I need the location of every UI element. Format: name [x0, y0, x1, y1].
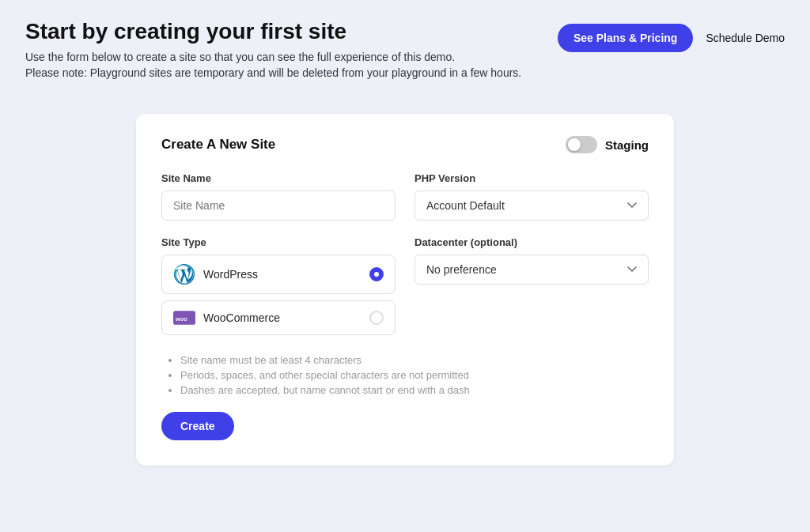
description-line2: Please note: Playground sites are tempor…: [25, 66, 521, 79]
create-button[interactable]: Create: [161, 412, 234, 440]
schedule-demo-button[interactable]: Schedule Demo: [706, 32, 785, 44]
site-name-field: Site Name: [161, 172, 396, 221]
php-version-label: PHP Version: [414, 172, 649, 184]
wordpress-radio[interactable]: [369, 267, 384, 281]
datacenter-select[interactable]: No preference US East US West Europe Asi…: [414, 255, 649, 285]
header-text: Start by creating your first site Use th…: [25, 19, 521, 82]
site-type-options: WordPress woo WooC: [161, 255, 396, 335]
woocommerce-icon: woo: [173, 309, 195, 326]
main-content: Create A New Site Staging Site Name PHP …: [0, 98, 810, 491]
datacenter-field: Datacenter (optional) No preference US E…: [414, 236, 649, 335]
wordpress-label: WordPress: [203, 268, 258, 281]
wordpress-icon: [173, 263, 195, 285]
hint-2: Periods, spaces, and other special chara…: [180, 369, 649, 381]
description-line1: Use the form below to create a site so t…: [25, 51, 521, 63]
woocommerce-label: WooCommerce: [203, 311, 280, 324]
site-type-field: Site Type WordPress: [161, 236, 396, 335]
hint-1: Site name must be at least 4 characters: [180, 354, 649, 366]
create-site-card: Create A New Site Staging Site Name PHP …: [136, 114, 674, 466]
site-type-wordpress[interactable]: WordPress: [161, 255, 396, 294]
header-actions: See Plans & Pricing Schedule Demo: [558, 19, 785, 52]
php-version-field: PHP Version Account Default 8.2 8.1 8.0 …: [414, 172, 649, 221]
staging-toggle-switch[interactable]: [566, 136, 597, 153]
site-type-label: Site Type: [161, 236, 396, 248]
card-header: Create A New Site Staging: [161, 136, 649, 153]
form-grid: Site Name PHP Version Account Default 8.…: [161, 172, 649, 335]
svg-text:woo: woo: [175, 315, 187, 323]
header-banner: Start by creating your first site Use th…: [0, 0, 810, 98]
staging-toggle-container: Staging: [566, 136, 649, 153]
validation-hints: Site name must be at least 4 characters …: [161, 354, 649, 396]
php-version-select[interactable]: Account Default 8.2 8.1 8.0 7.4: [414, 191, 649, 221]
site-type-woocommerce[interactable]: woo WooCommerce: [161, 300, 396, 335]
card-title: Create A New Site: [161, 137, 275, 153]
site-name-label: Site Name: [161, 172, 396, 184]
see-plans-button[interactable]: See Plans & Pricing: [558, 24, 694, 52]
page-title: Start by creating your first site: [25, 19, 521, 44]
datacenter-label: Datacenter (optional): [414, 236, 649, 248]
staging-label: Staging: [605, 138, 649, 152]
hint-3: Dashes are accepted, but name cannot sta…: [180, 384, 649, 396]
woocommerce-radio[interactable]: [369, 311, 384, 325]
site-name-input[interactable]: [161, 191, 396, 221]
